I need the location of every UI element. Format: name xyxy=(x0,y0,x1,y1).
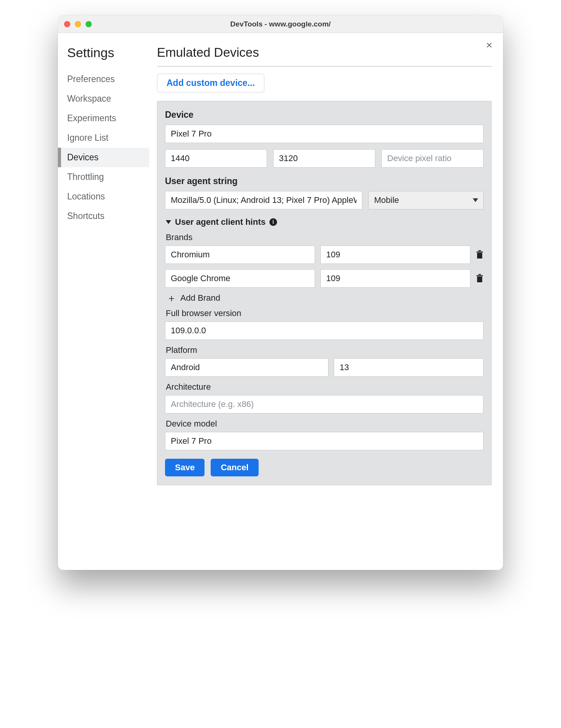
sidebar-title: Settings xyxy=(67,45,149,60)
sidebar-item-experiments[interactable]: Experiments xyxy=(58,109,149,128)
architecture-input[interactable] xyxy=(165,395,483,413)
device-section-label: Device xyxy=(165,110,483,120)
window-minimize-button[interactable] xyxy=(75,21,81,27)
device-height-input[interactable] xyxy=(273,149,375,168)
platform-name-input[interactable] xyxy=(165,358,328,377)
user-agent-input[interactable] xyxy=(165,191,362,209)
device-model-label: Device model xyxy=(166,419,483,429)
brand-version-input[interactable] xyxy=(320,245,470,264)
brand-name-input[interactable] xyxy=(165,245,315,264)
sidebar-item-label: Workspace xyxy=(67,94,111,104)
sidebar-item-workspace[interactable]: Workspace xyxy=(58,89,149,109)
svg-rect-2 xyxy=(477,252,483,253)
sidebar-item-ignore-list[interactable]: Ignore List xyxy=(58,128,149,148)
full-version-label: Full browser version xyxy=(166,308,483,318)
settings-sidebar: Settings Preferences Workspace Experimen… xyxy=(58,43,149,556)
device-pixel-ratio-input[interactable] xyxy=(381,149,483,168)
window-maximize-button[interactable] xyxy=(86,21,92,27)
close-icon[interactable]: × xyxy=(486,40,492,51)
chevron-down-icon xyxy=(473,197,478,204)
svg-rect-6 xyxy=(478,274,481,275)
sidebar-item-label: Locations xyxy=(67,191,105,201)
devtools-window: DevTools - www.google.com/ × Settings Pr… xyxy=(58,15,503,570)
disclosure-triangle-icon[interactable] xyxy=(166,220,171,224)
full-browser-version-input[interactable] xyxy=(165,321,483,340)
architecture-label: Architecture xyxy=(166,382,483,392)
sidebar-item-label: Throttling xyxy=(67,172,104,182)
user-agent-label: User agent string xyxy=(165,176,483,186)
sidebar-item-locations[interactable]: Locations xyxy=(58,187,149,206)
window-close-button[interactable] xyxy=(64,21,70,27)
sidebar-item-label: Experiments xyxy=(67,113,116,123)
device-width-input[interactable] xyxy=(165,149,267,168)
brands-label: Brands xyxy=(166,232,483,242)
settings-nav: Preferences Workspace Experiments Ignore… xyxy=(58,69,149,226)
svg-rect-5 xyxy=(477,275,483,277)
brand-version-input[interactable] xyxy=(320,269,470,288)
plus-icon: ＋ xyxy=(167,293,177,303)
titlebar: DevTools - www.google.com/ xyxy=(58,15,503,33)
user-agent-type-select[interactable]: Mobile xyxy=(368,191,483,209)
device-model-input[interactable] xyxy=(165,432,483,450)
trash-icon[interactable] xyxy=(476,274,483,283)
sidebar-item-label: Devices xyxy=(67,152,99,162)
select-value: Mobile xyxy=(374,195,399,205)
add-brand-button[interactable]: ＋ Add Brand xyxy=(167,293,483,303)
traffic-lights xyxy=(64,21,92,27)
sidebar-item-throttling[interactable]: Throttling xyxy=(58,167,149,187)
cancel-button[interactable]: Cancel xyxy=(211,459,258,476)
svg-rect-1 xyxy=(477,253,482,259)
sidebar-item-shortcuts[interactable]: Shortcuts xyxy=(58,206,149,226)
brand-row xyxy=(165,269,483,288)
platform-label: Platform xyxy=(166,345,483,355)
divider xyxy=(157,66,492,67)
sidebar-item-preferences[interactable]: Preferences xyxy=(58,69,149,89)
settings-main: Emulated Devices Add custom device... De… xyxy=(149,43,492,556)
sidebar-item-label: Preferences xyxy=(67,74,115,84)
device-name-input[interactable] xyxy=(165,125,483,143)
add-brand-label: Add Brand xyxy=(180,293,220,303)
svg-rect-3 xyxy=(478,250,481,251)
client-hints-title: User agent client hints xyxy=(175,217,266,227)
sidebar-item-devices[interactable]: Devices xyxy=(58,148,149,167)
sidebar-item-label: Shortcuts xyxy=(67,211,104,221)
brand-name-input[interactable] xyxy=(165,269,315,288)
platform-version-input[interactable] xyxy=(334,358,483,377)
save-button[interactable]: Save xyxy=(165,459,205,476)
device-form-panel: Device User agent string Mobile xyxy=(157,101,492,485)
brand-row xyxy=(165,245,483,264)
info-icon[interactable]: i xyxy=(269,218,277,226)
svg-rect-4 xyxy=(477,277,482,282)
trash-icon[interactable] xyxy=(476,250,483,259)
page-title: Emulated Devices xyxy=(157,45,492,60)
window-title: DevTools - www.google.com/ xyxy=(230,20,331,28)
add-custom-device-button[interactable]: Add custom device... xyxy=(157,74,264,92)
sidebar-item-label: Ignore List xyxy=(67,133,108,143)
svg-marker-0 xyxy=(473,198,478,202)
